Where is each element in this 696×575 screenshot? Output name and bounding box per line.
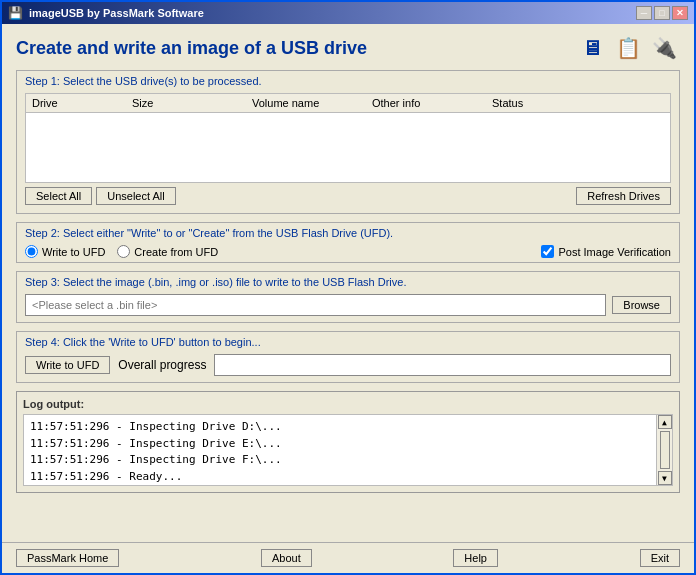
main-window: 💾 imageUSB by PassMark Software ─ □ ✕ Cr… (0, 0, 696, 575)
col-drive: Drive (30, 96, 130, 110)
step1-buttons: Select All Unselect All Refresh Drives (25, 187, 671, 205)
select-all-button[interactable]: Select All (25, 187, 92, 205)
progress-bar (214, 354, 671, 376)
log-scrollbar: ▲ ▼ (656, 415, 672, 485)
log-lines: 11:57:51:296 - Inspecting Drive D:\... 1… (30, 419, 652, 485)
write-to-ufd-button[interactable]: Write to UFD (25, 356, 110, 374)
exit-button[interactable]: Exit (640, 549, 680, 567)
monitor-icon: 🖥 (576, 34, 608, 62)
step1-label: Step 1: Select the USB drive(s) to be pr… (25, 75, 671, 87)
help-button[interactable]: Help (453, 549, 498, 567)
col-other: Other info (370, 96, 490, 110)
minimize-button[interactable]: ─ (636, 6, 652, 20)
log-content: 11:57:51:296 - Inspecting Drive D:\... 1… (23, 414, 673, 486)
title-bar: 💾 imageUSB by PassMark Software ─ □ ✕ (2, 2, 694, 24)
step4-row: Write to UFD Overall progress (25, 354, 671, 376)
scroll-up-button[interactable]: ▲ (658, 415, 672, 429)
content-area: Create and write an image of a USB drive… (2, 24, 694, 542)
document-icon: 📋 (612, 34, 644, 62)
scroll-thumb[interactable] (660, 431, 670, 469)
write-to-ufd-option[interactable]: Write to UFD (25, 245, 105, 258)
radio-group: Write to UFD Create from UFD (25, 245, 218, 258)
step2-row: Write to UFD Create from UFD Post Image … (25, 245, 671, 258)
post-verify-checkbox[interactable] (541, 245, 554, 258)
main-title-row: Create and write an image of a USB drive… (16, 34, 680, 62)
drive-table-container: Drive Size Volume name Other info Status (25, 93, 671, 183)
browse-button[interactable]: Browse (612, 296, 671, 314)
write-radio[interactable] (25, 245, 38, 258)
step3-section: Step 3: Select the image (.bin, .img or … (16, 271, 680, 323)
app-icon: 💾 (8, 6, 23, 20)
log-line-1: 11:57:51:296 - Inspecting Drive E:\... (30, 436, 652, 453)
log-line-2: 11:57:51:296 - Inspecting Drive F:\... (30, 452, 652, 469)
create-label: Create from UFD (134, 246, 218, 258)
file-path-input[interactable] (25, 294, 606, 316)
post-image-verification-option[interactable]: Post Image Verification (541, 245, 671, 258)
step4-label: Step 4: Click the 'Write to UFD' button … (25, 336, 671, 348)
main-title-text: Create and write an image of a USB drive (16, 38, 367, 59)
scroll-down-button[interactable]: ▼ (658, 471, 672, 485)
log-label: Log output: (23, 398, 673, 410)
write-label: Write to UFD (42, 246, 105, 258)
title-bar-left: 💾 imageUSB by PassMark Software (8, 6, 204, 20)
step1-section: Step 1: Select the USB drive(s) to be pr… (16, 70, 680, 214)
refresh-drives-button[interactable]: Refresh Drives (576, 187, 671, 205)
create-from-ufd-option[interactable]: Create from UFD (117, 245, 218, 258)
about-button[interactable]: About (261, 549, 312, 567)
step2-label: Step 2: Select either "Write" to or "Cre… (25, 227, 671, 239)
post-verify-label: Post Image Verification (558, 246, 671, 258)
footer: PassMark Home About Help Exit (2, 542, 694, 573)
log-line-0: 11:57:51:296 - Inspecting Drive D:\... (30, 419, 652, 436)
step3-label: Step 3: Select the image (.bin, .img or … (25, 276, 671, 288)
close-button[interactable]: ✕ (672, 6, 688, 20)
title-bar-buttons: ─ □ ✕ (636, 6, 688, 20)
passmark-home-button[interactable]: PassMark Home (16, 549, 119, 567)
log-section: Log output: 11:57:51:296 - Inspecting Dr… (16, 391, 680, 493)
table-header: Drive Size Volume name Other info Status (26, 94, 670, 113)
col-size: Size (130, 96, 250, 110)
step4-section: Step 4: Click the 'Write to UFD' button … (16, 331, 680, 383)
unselect-all-button[interactable]: Unselect All (96, 187, 175, 205)
usb-drive-icon: 🔌 (648, 34, 680, 62)
step3-row: Browse (25, 294, 671, 316)
maximize-button[interactable]: □ (654, 6, 670, 20)
overall-progress-label: Overall progress (118, 358, 206, 372)
col-status: Status (490, 96, 666, 110)
window-title: imageUSB by PassMark Software (29, 7, 204, 19)
step2-section: Step 2: Select either "Write" to or "Cre… (16, 222, 680, 263)
title-icons: 🖥 📋 🔌 (576, 34, 680, 62)
col-volume: Volume name (250, 96, 370, 110)
table-body (26, 113, 670, 178)
create-radio[interactable] (117, 245, 130, 258)
btn-row-left: Select All Unselect All (25, 187, 176, 205)
log-line-3: 11:57:51:296 - Ready... (30, 469, 652, 486)
